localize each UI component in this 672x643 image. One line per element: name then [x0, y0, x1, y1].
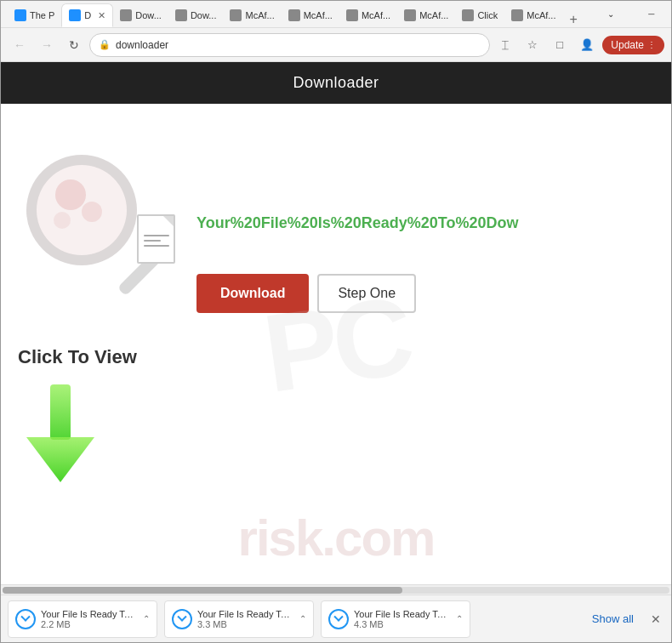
tab-label: The P — [30, 10, 54, 20]
file-icon — [137, 214, 184, 270]
download-button[interactable]: Download — [196, 274, 309, 313]
download-name-2: Your File Is Ready T....iso — [197, 609, 291, 619]
download-name-1: Your File Is Ready T....iso — [41, 609, 134, 619]
tab-close-icon[interactable]: ✕ — [98, 10, 105, 21]
action-buttons: Download Step One — [196, 274, 416, 313]
file-line-1 — [144, 235, 169, 236]
svg-point-1 — [82, 202, 102, 222]
svg-marker-4 — [26, 437, 94, 482]
download-size-1: 2.2 MB — [41, 619, 134, 629]
download-file-icon-2 — [172, 609, 192, 629]
download-item-3: Your File Is Ready T....iso 4.3 MB ⌃ — [321, 600, 470, 638]
download-arrow-icon — [333, 612, 343, 621]
scrollbar-track[interactable] — [3, 587, 669, 594]
tab-1[interactable]: The P — [8, 3, 61, 27]
lock-icon: 🔒 — [99, 39, 111, 50]
download-file-icon-3 — [328, 609, 349, 629]
tab-label: Dow... — [191, 10, 217, 20]
profile-icon[interactable]: 👤 — [575, 33, 599, 57]
address-text: downloader — [116, 39, 481, 51]
tab-favicon — [511, 9, 523, 21]
collections-icon[interactable]: □ — [548, 33, 572, 57]
horizontal-scrollbar[interactable] — [1, 584, 671, 595]
file-body — [137, 214, 175, 264]
download-item-1: Your File Is Ready T....iso 2.2 MB ⌃ — [8, 600, 157, 638]
browser-window: The P D ✕ Dow... Dow... McAf... — [0, 0, 672, 643]
update-button[interactable]: Update ⋮ — [602, 36, 664, 54]
svg-point-2 — [54, 212, 71, 229]
file-line-3 — [144, 245, 169, 247]
tab-favicon — [346, 9, 358, 21]
download-info-3: Your File Is Ready T....iso 4.3 MB — [354, 609, 447, 629]
tab-label: D — [84, 10, 91, 20]
update-label: Update — [611, 39, 644, 51]
page-title: Downloader — [293, 74, 379, 91]
status-text: Your%20File%20Is%20Ready%20To%20Dow — [196, 214, 519, 232]
tab-favicon — [120, 9, 132, 21]
download-chevron-2[interactable]: ⌃ — [299, 614, 306, 623]
download-size-2: 3.3 MB — [197, 619, 291, 629]
tab-4[interactable]: Dow... — [168, 3, 224, 27]
download-info-2: Your File Is Ready T....iso 3.3 MB — [197, 609, 291, 629]
scrollbar-thumb[interactable] — [3, 587, 402, 594]
tab-3[interactable]: Dow... — [113, 3, 168, 27]
tab-label: McAf... — [419, 10, 448, 20]
tab-favicon — [404, 9, 416, 21]
tab-5[interactable]: McAf... — [223, 3, 281, 27]
tab-label: Dow... — [135, 10, 162, 20]
address-bar[interactable]: 🔒 downloader — [89, 33, 490, 57]
page-content: Downloader PC — [1, 62, 671, 642]
download-file-icon-1 — [15, 609, 36, 629]
step-one-button[interactable]: Step One — [317, 274, 416, 313]
tab-label: McAf... — [304, 10, 333, 20]
tab-2-active[interactable]: D ✕ — [61, 3, 113, 27]
tab-9-click[interactable]: Click — [455, 3, 504, 27]
favourite-icon[interactable]: ☆ — [521, 33, 544, 57]
share-icon[interactable]: ⌶ — [493, 33, 517, 57]
down-arrow-icon — [26, 384, 94, 487]
download-name-3: Your File Is Ready T....iso — [354, 609, 447, 619]
download-arrow-icon — [177, 612, 186, 621]
download-arrow-icon — [20, 612, 30, 621]
download-info-1: Your File Is Ready T....iso 2.2 MB — [41, 609, 134, 629]
show-all-button[interactable]: Show all — [585, 609, 641, 629]
risk-watermark: risk.com — [1, 509, 671, 567]
file-lines — [144, 231, 169, 250]
tab-click-label: Click — [477, 10, 498, 20]
tab-8[interactable]: McAf... — [397, 3, 455, 27]
forward-button[interactable]: → — [35, 33, 59, 57]
minimise-button[interactable]: ─ — [632, 1, 671, 28]
status-label: Your%20File%20Is%20Ready%20To%20Dow — [196, 214, 519, 231]
tab-6[interactable]: McAf... — [282, 3, 339, 27]
tab-favicon — [288, 9, 300, 21]
download-chevron-3[interactable]: ⌃ — [456, 614, 463, 623]
tab-label: McAf... — [527, 10, 555, 20]
back-button[interactable]: ← — [8, 33, 31, 57]
arrow-illustration — [26, 384, 94, 490]
download-chevron-1[interactable]: ⌃ — [143, 614, 150, 623]
tab-favicon — [175, 9, 187, 21]
close-download-bar-button[interactable]: ✕ — [647, 609, 664, 629]
new-tab-button[interactable]: + — [562, 12, 584, 27]
magnifier-circle — [26, 155, 137, 265]
tab-list: The P D ✕ Dow... Dow... McAf... — [8, 1, 584, 27]
tab-7[interactable]: McAf... — [339, 3, 397, 27]
tab-favicon — [14, 9, 26, 21]
reload-button[interactable]: ↻ — [62, 33, 86, 57]
tab-10[interactable]: McAf... — [504, 3, 562, 27]
file-line-2 — [144, 240, 161, 242]
tab-label: McAf... — [245, 10, 274, 20]
nav-actions: ⌶ ☆ □ 👤 Update ⋮ — [493, 33, 664, 57]
download-size-3: 4.3 MB — [354, 619, 447, 629]
tab-favicon — [230, 9, 242, 21]
update-chevron-icon: ⋮ — [647, 40, 656, 49]
download-bar: Your File Is Ready T....iso 2.2 MB ⌃ You… — [1, 595, 671, 642]
collapse-icon[interactable]: ⌄ — [591, 1, 630, 28]
download-item-2: Your File Is Ready T....iso 3.3 MB ⌃ — [164, 600, 314, 638]
titlebar: The P D ✕ Dow... Dow... McAf... — [1, 1, 671, 28]
tab-label: McAf... — [362, 10, 390, 20]
tab-favicon — [462, 9, 474, 21]
tab-favicon — [69, 9, 81, 21]
page-header: Downloader — [1, 62, 671, 104]
window-controls: ⌄ ─ □ ✕ — [591, 1, 672, 28]
